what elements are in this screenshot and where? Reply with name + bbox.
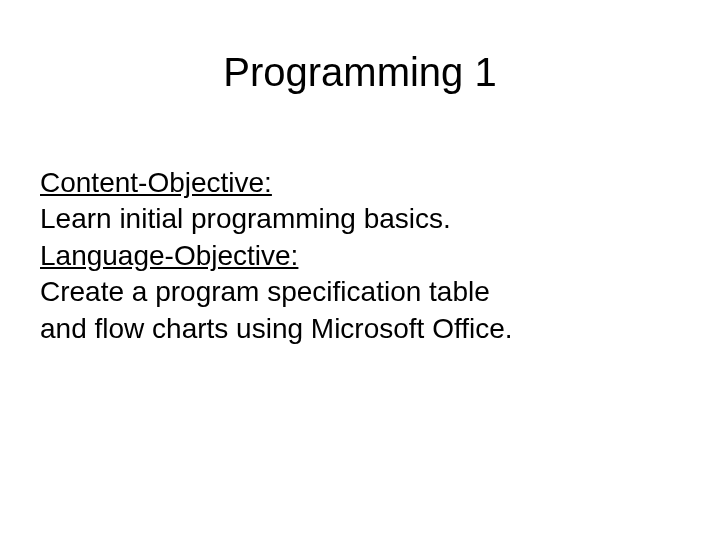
slide-title: Programming 1	[40, 50, 680, 95]
content-objective-label: Content-Objective:	[40, 165, 680, 201]
content-objective-text: Learn initial programming basics.	[40, 201, 680, 237]
slide: Programming 1 Content-Objective: Learn i…	[0, 0, 720, 540]
slide-content: Content-Objective: Learn initial program…	[40, 165, 680, 347]
language-objective-text-line2: and flow charts using Microsoft Office.	[40, 311, 680, 347]
language-objective-text-line1: Create a program specification table	[40, 274, 680, 310]
language-objective-label: Language-Objective:	[40, 238, 680, 274]
